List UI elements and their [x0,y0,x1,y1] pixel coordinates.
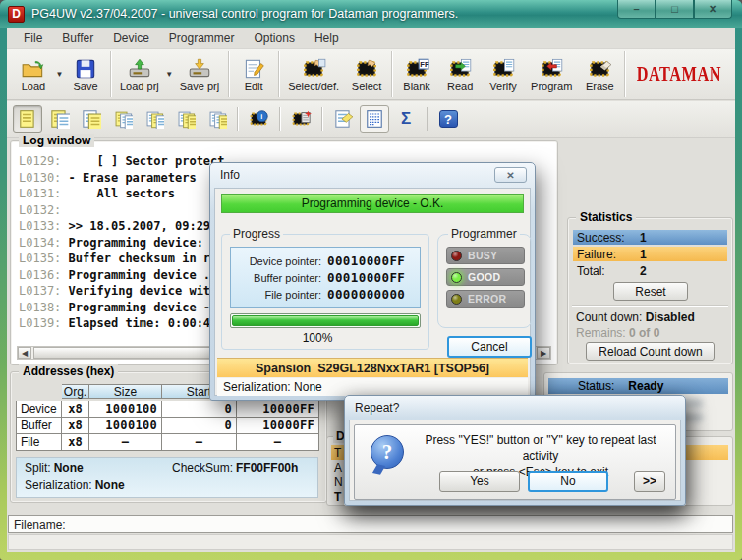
status-row: Status:Ready [548,378,728,394]
menu-buffer[interactable]: Buffer [53,29,102,47]
cancel-button[interactable]: Cancel [447,336,532,358]
save-project-button[interactable]: Save prj [174,51,225,97]
view-buffer-3-button[interactable] [76,105,105,133]
load-prj-dropdown-arrow[interactable]: ▼ [165,51,174,97]
row-file: File [16,434,62,451]
close-button[interactable]: ✕ [694,0,732,19]
edit-button[interactable]: Edit [232,51,275,97]
blue-doc-icon [156,116,164,129]
select-label: Select [352,81,382,92]
addresses-title: Addresses (hex) [19,364,118,378]
maximize-button[interactable]: □ [656,0,694,19]
load-project-button[interactable]: Load prj [114,51,165,97]
busy-indicator: BUSY [446,247,525,264]
view-buffer-7-button[interactable] [201,105,231,133]
menu-programmer[interactable]: Programmer [160,29,244,47]
filename-bar: Filename: [8,515,733,533]
programmer-group: Programmer BUSY GOOD ERROR [437,234,532,328]
app-icon: D [8,6,25,23]
countdown-status: Count down: Disabled [576,310,695,324]
svg-text:FF: FF [420,60,429,69]
repeat-dialog: Repeat? ? Press "YES!" button or "Y" key… [344,395,686,506]
progress-group: Progress Device pointer: 00010000FF Buff… [221,234,429,350]
repeat-dialog-title: Repeat? [355,401,399,415]
success-row: Success:1 [573,230,727,245]
progress-percent: 100% [222,331,413,345]
verify-button[interactable]: Verify [482,51,525,97]
select-default-button[interactable]: Select/def. [282,51,345,97]
yes-button[interactable]: Yes [439,471,520,492]
view-buffer-1-button[interactable] [13,105,42,133]
view-buffer-4-button[interactable] [107,105,137,133]
serialization-row: Serialization: None [217,378,528,396]
led-dot [451,272,462,283]
window-body: File Buffer Device Programmer Options He… [7,28,735,552]
program-label: Program [531,81,572,92]
title-bar[interactable]: D PG4UW v2.37/04.2007 - universal contro… [0,0,742,28]
view-buffer-5-button[interactable] [139,105,168,133]
blank-check-button[interactable]: FF Blank [395,51,438,97]
view-edit-buffer-button[interactable] [360,105,389,133]
erase-label: Erase [586,81,614,92]
menu-options[interactable]: Options [246,29,304,47]
svg-text:i: i [260,112,262,121]
yellow-doc-icon [219,116,227,129]
erase-buffer-button[interactable] [328,105,358,133]
device-banner: Spansion S29GL128NxxTAR1 [TSOP56] [217,358,528,377]
device-info-button[interactable]: i [244,105,273,133]
help-button[interactable]: ? [433,105,463,133]
divider [572,305,728,306]
no-button[interactable]: No [528,471,608,492]
progress-bar-fill [232,315,419,326]
app-window: D PG4UW v2.37/04.2007 - universal contro… [0,0,742,560]
row-buffer: Buffer [16,418,62,434]
scroll-left-arrow-icon[interactable]: ◀ [18,347,31,359]
buffer-info-box: Split:None CheckSum:FF00FF00h Serializat… [16,457,318,498]
led-dot [451,294,462,305]
verify-label: Verify [489,81,517,92]
erase-button[interactable]: Erase [578,51,621,97]
menu-device[interactable]: Device [104,29,158,47]
sigma-icon: Σ [401,109,411,129]
yellow-doc-icon [188,116,196,129]
statistics-panel: Statistics Success:1 Failure:1 Total:2 R… [567,217,733,364]
view-buffer-2-button[interactable] [44,105,74,133]
total-row: Total:2 [573,263,727,278]
error-indicator: ERROR [446,290,525,308]
load-dropdown-arrow[interactable]: ▼ [55,51,64,97]
device-special-button[interactable] [286,105,315,133]
window-controls: – □ ✕ [617,0,732,19]
menu-file[interactable]: File [15,29,51,47]
menu-help[interactable]: Help [306,29,348,47]
question-icon: ? [371,435,404,469]
question-mark-icon: ? [439,110,458,128]
minimize-button[interactable]: – [617,0,656,19]
view-buffer-6-button[interactable] [170,105,200,133]
load-label: Load [22,81,45,92]
checksum-button[interactable]: Σ [391,105,421,133]
edit-document-icon [241,58,266,80]
yellow-doc-icon [21,111,33,128]
open-folder-icon [21,58,46,80]
repeat-dialog-body: ? Press "YES!" button or "Y" key to repe… [349,420,681,501]
reload-countdown-button[interactable]: Reload Count down [586,342,715,361]
read-label: Read [447,81,473,92]
remains-status: Remains: 0 of 0 [576,326,659,340]
repeat-content-panel: ? Press "YES!" button or "Y" key to repe… [354,424,676,500]
save-button[interactable]: Save [64,51,107,97]
scroll-right-arrow-icon[interactable]: ▶ [537,347,550,359]
info-close-icon[interactable]: ✕ [494,167,527,183]
status-bar [8,534,733,550]
drive-down-icon [187,58,212,80]
filename-label: Filename: [14,518,66,532]
select-button[interactable]: Select [345,51,388,97]
hex-view-icon [368,111,381,128]
select-def-label: Select/def. [288,81,339,92]
program-button[interactable]: Program [525,51,578,97]
more-button[interactable]: >> [634,471,665,492]
read-button[interactable]: Read [438,51,482,97]
pointer-panel: Device pointer: 00010000FF Buffer pointe… [230,247,421,308]
reset-button[interactable]: Reset [613,282,688,301]
load-button[interactable]: Load [12,51,55,97]
load-prj-label: Load prj [120,81,159,92]
